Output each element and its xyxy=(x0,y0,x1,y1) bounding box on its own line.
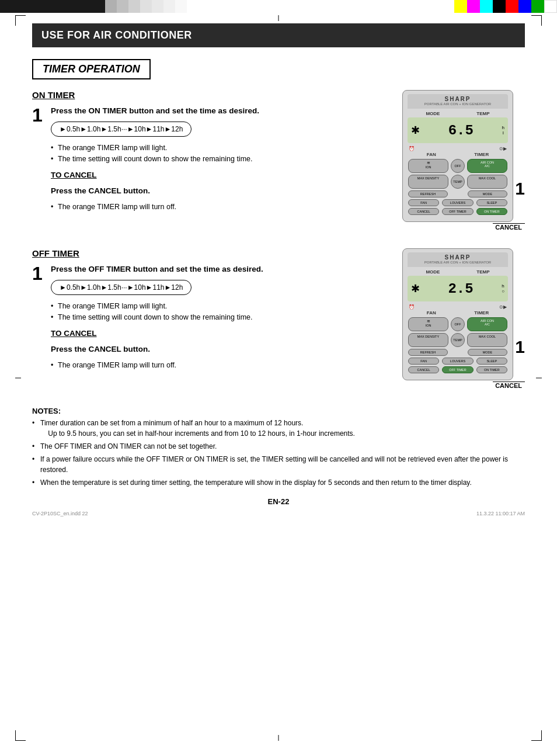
file-info: CV-2P10SC_en.indd 22 xyxy=(32,511,88,516)
on-badge-num: 1 xyxy=(515,179,525,199)
on-timer-title: ON TIMER xyxy=(32,90,379,100)
on-timer-remote-area: SHARP PORTABLE AIR CON + ION GENERATOR M… xyxy=(391,90,525,231)
off-spacer-2 xyxy=(450,349,465,356)
off-remote-header: SHARP PORTABLE AIR CON + ION GENERATOR xyxy=(408,252,508,267)
off-ontimer-label: ON TIMER xyxy=(479,368,505,372)
on-display-star: ✱ xyxy=(411,124,420,137)
off-off-circle-btn[interactable]: OFF xyxy=(451,317,465,331)
on-offtimer-label: OFF TIMER xyxy=(444,210,471,213)
off-fan-btn-label: FAN xyxy=(410,359,437,363)
off-display-temp: 2.5 xyxy=(448,281,473,297)
off-refresh-label: REFRESH xyxy=(410,351,445,354)
on-fan-timer-row: FAN TIMER xyxy=(408,152,508,157)
corner-bl xyxy=(15,730,26,741)
off-timer-icon-right: ⊙▶ xyxy=(499,304,507,310)
off-temp-circle-btn[interactable]: TEMP xyxy=(451,333,465,347)
off-mode-btn[interactable]: MODE xyxy=(468,349,507,356)
off-mode-label: MODE xyxy=(426,269,440,275)
off-timer-bullets: The orange TIMER lamp will light. The ti… xyxy=(51,301,379,323)
on-timer-step-content: Press the ON TIMER button and set the ti… xyxy=(51,106,379,219)
on-ion-btn[interactable]: ≋ ION xyxy=(408,159,448,173)
off-louvers-label: LOUVERS xyxy=(444,359,471,363)
off-fan-btn[interactable]: FAN xyxy=(408,358,439,365)
on-maxdensity-btn[interactable]: MAX DENSITY xyxy=(408,175,448,189)
off-cancel-btn[interactable]: CANCEL xyxy=(408,366,439,373)
off-louvers-btn[interactable]: LOUVERS xyxy=(442,358,473,365)
on-louvers-btn[interactable]: LOUVERS xyxy=(442,199,473,206)
off-fan-label: FAN xyxy=(427,310,436,315)
on-ontimer-btn[interactable]: ON TIMER xyxy=(476,208,507,215)
off-timer-remote-diagram: SHARP PORTABLE AIR CON + ION GENERATOR M… xyxy=(402,248,513,380)
note-3: If a power failure occurs while the OFF … xyxy=(32,454,525,475)
note-4: When the temperature is set during timer… xyxy=(32,477,525,488)
on-mode-btn-label: MODE xyxy=(470,192,505,196)
on-btn-row-3: FAN LOUVERS SLEEP xyxy=(408,199,508,206)
off-timer-to-cancel: TO CANCEL Press the CANCEL button. The o… xyxy=(51,328,379,371)
off-btn-row-3: FAN LOUVERS SLEEP xyxy=(408,358,508,365)
off-timer-cancel-title: TO CANCEL xyxy=(51,328,379,339)
on-display-h: h xyxy=(502,125,504,130)
on-display-icons-row: ⏰ ⊙▶ xyxy=(408,145,508,152)
timer-operation-title: TIMER OPERATION xyxy=(43,63,140,75)
color-magenta xyxy=(467,0,480,13)
on-fan-btn[interactable]: FAN xyxy=(408,199,439,206)
on-off-circle-btn[interactable]: OFF xyxy=(451,159,465,173)
on-timer-cancel-bullets: The orange TIMER lamp will turn off. xyxy=(51,202,379,213)
on-timer-cancel-press: Press the CANCEL button. xyxy=(51,186,379,197)
off-maxcool-btn[interactable]: MAX COOL xyxy=(467,333,507,347)
on-temp-circle-btn[interactable]: TEMP xyxy=(451,175,465,189)
on-timer-cancel-title: TO CANCEL xyxy=(51,170,379,181)
on-louvers-label: LOUVERS xyxy=(444,201,471,204)
on-timer-remote-body: SHARP PORTABLE AIR CON + ION GENERATOR M… xyxy=(402,90,513,222)
color-blue xyxy=(518,0,531,13)
off-maxcool-label: MAX COOL xyxy=(469,335,505,338)
on-temp-label: TEMP xyxy=(476,111,489,116)
off-timer-icon-left: ⏰ xyxy=(409,304,415,310)
timer-operation-box: TIMER OPERATION xyxy=(32,59,151,79)
on-timer-text: ON TIMER 1 Press the ON TIMER button and… xyxy=(32,90,379,231)
on-maxcool-btn[interactable]: MAX COOL xyxy=(467,175,507,189)
top-color-strip xyxy=(0,0,557,13)
off-sleep-btn[interactable]: SLEEP xyxy=(476,358,507,365)
color-white xyxy=(544,0,557,13)
on-btn-row-2: MAX DENSITY TEMP MAX COOL xyxy=(408,175,508,189)
on-offtimer-btn[interactable]: OFF TIMER xyxy=(442,208,473,215)
note-2: The OFF TIMER and ON TIMER can not be se… xyxy=(32,441,525,452)
off-timer-step-num: 1 xyxy=(32,264,45,377)
off-sleep-label: SLEEP xyxy=(479,359,505,363)
gray-2 xyxy=(117,0,128,13)
off-timer-diag-label: TIMER xyxy=(474,310,489,315)
on-sleep-btn[interactable]: SLEEP xyxy=(476,199,507,206)
on-timer-icon-left: ⏰ xyxy=(409,146,415,151)
on-timer-section: ON TIMER 1 Press the ON TIMER button and… xyxy=(32,90,525,231)
on-mode-temp-row: MODE TEMP xyxy=(408,111,508,116)
on-maxdensity-label: MAX DENSITY xyxy=(410,176,446,180)
off-aircon-btn[interactable]: AIR CON A/C xyxy=(467,317,507,331)
on-timer-diag-label: TIMER xyxy=(474,152,489,157)
off-display-indicator: ○ xyxy=(502,289,504,294)
on-refresh-btn[interactable]: REFRESH xyxy=(408,190,448,197)
off-btn-row-1: ≋ ION OFF AIR CON A/C xyxy=(408,317,508,331)
corner-br xyxy=(531,730,542,741)
on-cancel-btn[interactable]: CANCEL xyxy=(408,208,439,215)
off-ontimer-btn[interactable]: ON TIMER xyxy=(476,366,507,373)
on-timer-icon-right: ⊙▶ xyxy=(499,146,507,151)
off-btn-row-label-2: REFRESH MODE xyxy=(408,349,508,356)
gray-7 xyxy=(175,0,187,13)
on-mode-btn[interactable]: MODE xyxy=(468,190,507,197)
off-ion-btn[interactable]: ≋ ION xyxy=(408,317,448,331)
color-green xyxy=(531,0,544,13)
off-maxdensity-btn[interactable]: MAX DENSITY xyxy=(408,333,448,347)
off-offtimer-btn[interactable]: OFF TIMER xyxy=(442,366,473,373)
on-ac-label: A/C xyxy=(469,164,505,168)
on-aircon-btn[interactable]: AIR CON A/C xyxy=(467,159,507,173)
off-maxdensity-label: MAX DENSITY xyxy=(410,335,446,338)
off-timer-bullet-2: The time setting will count down to show… xyxy=(51,312,379,323)
on-spacer-2 xyxy=(450,190,465,197)
off-refresh-btn[interactable]: REFRESH xyxy=(408,349,448,356)
on-timer-arrow-seq: ►0.5h►1.0h►1.5h···►10h►11h►12h xyxy=(51,122,192,137)
on-sleep-label: SLEEP xyxy=(479,201,505,204)
page-content: USE FOR AIR CONDITIONER TIMER OPERATION … xyxy=(0,0,557,534)
notes-title: NOTES: xyxy=(32,407,525,415)
on-cancel-indicator: CANCEL xyxy=(391,223,525,231)
